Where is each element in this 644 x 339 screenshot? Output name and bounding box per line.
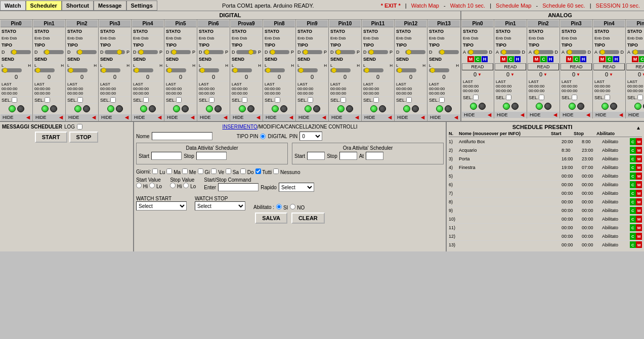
apin4-led-green1[interactable]	[602, 103, 609, 110]
apin5-read-btn[interactable]: READ	[626, 63, 644, 70]
pin2-checkbox[interactable]	[77, 97, 83, 103]
prova9-tipo-slider[interactable]	[236, 50, 256, 54]
apin1-checkbox[interactable]	[506, 95, 511, 100]
apin1-m-btn[interactable]: M	[500, 56, 507, 62]
schedule-m-btn[interactable]: M	[636, 216, 642, 223]
schedule-c-btn[interactable]: C	[630, 138, 636, 145]
start-button[interactable]: START	[35, 132, 67, 143]
apin1-h-btn[interactable]: H	[514, 56, 521, 62]
pin1-checkbox[interactable]	[45, 97, 50, 103]
log-checkbox[interactable]	[77, 124, 82, 130]
salva-button[interactable]: SALVA	[255, 213, 287, 224]
schedule-c-btn[interactable]: C	[630, 241, 636, 248]
ve-checkbox[interactable]	[211, 168, 217, 174]
apin1-tipo-slider[interactable]	[500, 50, 521, 54]
apin1-led-dark1[interactable]	[511, 103, 519, 110]
nessuno-checkbox[interactable]	[273, 168, 279, 174]
schedule-m-btn[interactable]: M	[636, 164, 642, 171]
apin3-led-green1[interactable]	[569, 103, 576, 110]
apin0-m-btn[interactable]: M	[467, 56, 475, 62]
apin1-c-btn[interactable]: C	[507, 56, 514, 62]
pin10-led-green1[interactable]	[337, 105, 345, 112]
sa-checkbox[interactable]	[226, 168, 231, 174]
schedule-c-btn[interactable]: C	[630, 164, 636, 171]
apin2-checkbox[interactable]	[539, 95, 544, 100]
pin12-send-slider[interactable]	[396, 68, 416, 72]
watch-start-select[interactable]: Select	[136, 201, 187, 210]
apin0-c-btn[interactable]: C	[475, 56, 481, 62]
start-lo-radio[interactable]	[149, 183, 155, 188]
schedule-m-btn[interactable]: M	[636, 147, 642, 154]
apin3-led-dark1[interactable]	[577, 103, 584, 110]
schedule-m-btn[interactable]: M	[636, 207, 642, 214]
apin3-m-btn[interactable]: M	[566, 56, 573, 62]
pin10-tipo-slider[interactable]	[335, 50, 355, 54]
pin1-tipo-slider[interactable]	[44, 50, 64, 54]
apin2-led-dark1[interactable]	[544, 103, 551, 110]
do-checkbox[interactable]	[240, 168, 246, 174]
pin13-send-slider[interactable]	[429, 68, 449, 72]
apin0-read-btn[interactable]: READ	[462, 63, 493, 70]
pin5-led-green1[interactable]	[173, 105, 180, 112]
pin13-tipo-slider[interactable]	[439, 50, 459, 54]
pin13-checkbox[interactable]	[439, 97, 445, 103]
pin5-checkbox[interactable]	[176, 97, 182, 103]
pin6-tipo-slider[interactable]	[203, 50, 224, 54]
lu-checkbox[interactable]	[152, 168, 158, 174]
schedule-c-btn[interactable]: C	[630, 216, 636, 223]
tab-message[interactable]: Message	[94, 1, 126, 11]
schedule-m-btn[interactable]: M	[636, 190, 642, 197]
pin6-send-slider[interactable]	[199, 68, 219, 72]
pin0-send-slider[interactable]	[2, 68, 22, 72]
inserimento-link[interactable]: INSERIMENTO	[222, 124, 257, 130]
pin3-checkbox[interactable]	[110, 97, 116, 103]
tab-shortcut[interactable]: Shortcut	[62, 1, 94, 11]
pin8-checkbox[interactable]	[275, 97, 280, 103]
apin5-c-btn[interactable]: C	[639, 56, 644, 62]
apin4-tipo-slider[interactable]	[599, 50, 619, 54]
rapido-select[interactable]: Select	[279, 183, 314, 192]
pin6-led-dark1[interactable]	[214, 105, 222, 112]
nome-input[interactable]	[152, 132, 212, 140]
pin9-send-slider[interactable]	[297, 68, 318, 72]
schedule-scrollbar-up[interactable]: ▲	[636, 125, 642, 131]
schedule-m-btn[interactable]: M	[636, 155, 642, 162]
pin5-send-slider[interactable]	[166, 68, 186, 72]
pin3-led-green1[interactable]	[107, 105, 114, 112]
schedule-c-btn[interactable]: C	[630, 198, 636, 205]
stop-button[interactable]: STOP	[69, 132, 99, 143]
apin2-tipo-slider[interactable]	[533, 50, 553, 54]
apin3-h-btn[interactable]: H	[580, 56, 587, 62]
apin3-c-btn[interactable]: C	[573, 56, 580, 62]
pin11-send-slider[interactable]	[363, 68, 383, 72]
me-checkbox[interactable]	[182, 168, 188, 174]
schedule-c-btn[interactable]: C	[630, 207, 636, 214]
exit-link[interactable]: * EXIT *	[381, 3, 401, 9]
apin3-tipo-slider[interactable]	[566, 50, 586, 54]
session-10-link[interactable]: SESSION 10 sec.	[596, 3, 640, 9]
pin8-send-slider[interactable]	[265, 68, 285, 72]
pin3-led-dark1[interactable]	[116, 105, 123, 112]
apin0-checkbox[interactable]	[473, 95, 479, 100]
schedule-m-btn[interactable]: M	[636, 241, 642, 248]
data-start-input[interactable]	[151, 152, 182, 160]
schedule-m-btn[interactable]: M	[636, 173, 642, 180]
pin8-led-green1[interactable]	[272, 105, 279, 112]
prova9-led-green1[interactable]	[239, 105, 246, 112]
apin5-led-green1[interactable]	[634, 103, 641, 110]
schedule-c-btn[interactable]: C	[630, 224, 636, 231]
tab-scheduler[interactable]: Scheduler	[26, 1, 62, 11]
watch-map-link[interactable]: Watch Map	[411, 3, 439, 9]
apin2-led-green1[interactable]	[536, 103, 543, 110]
schedule-c-btn[interactable]: C	[630, 190, 636, 197]
apin4-c-btn[interactable]: C	[606, 56, 613, 62]
data-stop-input[interactable]	[196, 152, 227, 160]
apin4-read-btn[interactable]: READ	[593, 63, 625, 70]
pin11-tipo-slider[interactable]	[368, 50, 388, 54]
watch-stop-select[interactable]: Select	[195, 201, 245, 210]
schedule-m-btn[interactable]: M	[636, 198, 642, 205]
schedule-c-btn[interactable]: C	[630, 155, 636, 162]
tutti-checkbox[interactable]	[255, 168, 261, 174]
pin12-checkbox[interactable]	[406, 97, 412, 103]
schedule-60-link[interactable]: Schedule 60 sec.	[542, 3, 585, 9]
